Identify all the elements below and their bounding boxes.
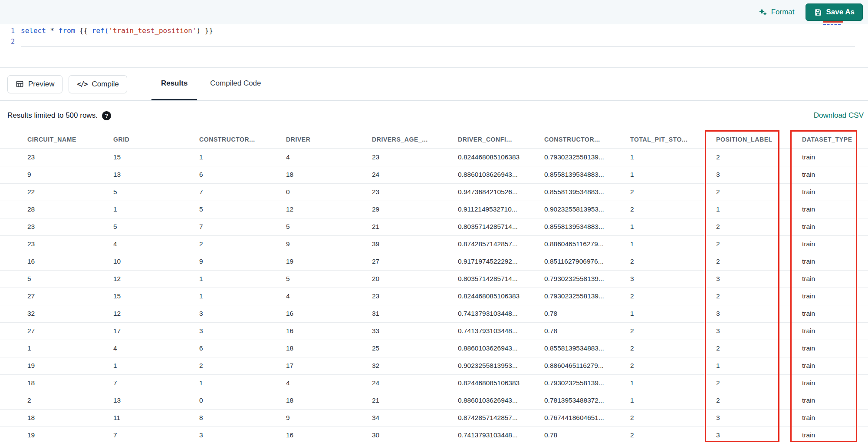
table-cell: 18 xyxy=(286,340,372,357)
table-cell: 2 xyxy=(716,235,802,253)
table-cell: 23 xyxy=(0,235,113,253)
code-token: * xyxy=(46,26,59,35)
code-token: ref( xyxy=(92,26,109,35)
table-cell: 2 xyxy=(0,392,113,409)
table-cell: 3 xyxy=(716,426,802,443)
table-cell: 0.8742857142857... xyxy=(458,235,544,253)
table-cell: 1 xyxy=(716,357,802,374)
table-cell: 2 xyxy=(630,322,716,340)
table-cell: 7 xyxy=(113,426,199,443)
table-cell: 1 xyxy=(630,166,716,183)
table-cell: 13 xyxy=(113,392,199,409)
code-token: {{ xyxy=(75,26,92,35)
table-cell: 5 xyxy=(113,183,199,201)
table-cell: 1 xyxy=(199,149,286,166)
table-cell: 4 xyxy=(286,149,372,166)
table-cell: 23 xyxy=(372,149,458,166)
table-cell: train xyxy=(802,340,868,357)
compile-label: Compile xyxy=(92,80,119,89)
table-cell: 17 xyxy=(113,322,199,340)
sql-code-editor[interactable]: 1 select * from {{ ref('train_test_posit… xyxy=(0,24,868,68)
table-cell: 25 xyxy=(372,340,458,357)
table-cell: train xyxy=(802,166,868,183)
results-table: CIRCUIT_NAMEGRIDCONSTRUCTOR...DRIVERDRIV… xyxy=(0,130,868,443)
table-cell: 39 xyxy=(372,235,458,253)
action-bar: Preview </> Compile ResultsCompiled Code xyxy=(0,68,868,101)
code-brackets-icon: </> xyxy=(77,80,87,88)
table-row: 231514230.8244680851063830.7930232558139… xyxy=(0,149,868,166)
table-row: 23575210.8035714285714...0.8558139534883… xyxy=(0,218,868,235)
table-row: 14618250.8860103626943...0.8558139534883… xyxy=(0,340,868,357)
table-cell: 0.9171974522292... xyxy=(458,253,544,270)
table-row: 2717316330.7413793103448...0.7823train xyxy=(0,322,868,340)
code-line-1[interactable]: 1 select * from {{ ref('train_test_posit… xyxy=(0,25,868,36)
table-cell: 1 xyxy=(630,392,716,409)
preview-button[interactable]: Preview xyxy=(7,75,62,93)
table-cell: 2 xyxy=(630,426,716,443)
save-icon xyxy=(814,8,822,17)
table-cell: 2 xyxy=(716,288,802,305)
table-cell: 0.824468085106383 xyxy=(458,149,544,166)
table-cell: 23 xyxy=(372,183,458,201)
tab-results[interactable]: Results xyxy=(151,68,197,100)
table-cell: 18 xyxy=(286,392,372,409)
table-cell: 0.8558139534883... xyxy=(544,218,630,235)
table-cell: train xyxy=(802,426,868,443)
tab-compiled-code[interactable]: Compiled Code xyxy=(201,68,270,100)
table-cell: 20 xyxy=(372,270,458,288)
table-row: 1610919270.9171974522292...0.85116279069… xyxy=(0,253,868,270)
table-cell: 0.824468085106383 xyxy=(458,288,544,305)
table-cell: 1 xyxy=(199,288,286,305)
table-cell: 1 xyxy=(0,340,113,357)
table-cell: train xyxy=(802,374,868,392)
table-cell: 0.8558139534883... xyxy=(544,340,630,357)
table-cell: 12 xyxy=(113,270,199,288)
download-csv-link[interactable]: Download CSV xyxy=(814,111,864,120)
table-cell: 3 xyxy=(716,270,802,288)
table-cell: 3 xyxy=(199,322,286,340)
code-token: 'train_test_position' xyxy=(108,26,196,35)
table-cell: 1 xyxy=(630,374,716,392)
table-cell: 21 xyxy=(372,392,458,409)
table-cell: 33 xyxy=(372,322,458,340)
column-header: DATASET_TYPE xyxy=(802,130,868,149)
table-row: 3212316310.7413793103448...0.7813train xyxy=(0,305,868,322)
table-cell: 0.7930232558139... xyxy=(544,288,630,305)
table-cell: train xyxy=(802,409,868,426)
compile-button[interactable]: </> Compile xyxy=(69,75,127,93)
table-cell: train xyxy=(802,149,868,166)
table-cell: 9 xyxy=(286,409,372,426)
table-cell: 16 xyxy=(286,305,372,322)
table-cell: 0.7930232558139... xyxy=(544,374,630,392)
table-cell: 0.8860465116279... xyxy=(544,357,630,374)
code-line-2[interactable]: 2 xyxy=(0,36,868,47)
table-cell: 4 xyxy=(286,288,372,305)
table-cell: 2 xyxy=(716,149,802,166)
top-toolbar: Format Save As xyxy=(0,0,868,24)
table-cell: 0.7813953488372... xyxy=(544,392,630,409)
save-as-button[interactable]: Save As xyxy=(806,3,863,21)
code-token: select xyxy=(21,26,46,35)
code-token: from xyxy=(59,26,76,35)
format-button[interactable]: Format xyxy=(759,8,795,17)
table-grid-icon xyxy=(16,80,24,88)
table-cell: 1 xyxy=(716,201,802,218)
table-cell: 0.8860103626943... xyxy=(458,392,544,409)
table-row: 181189340.8742857142857...0.767441860465… xyxy=(0,409,868,426)
table-cell: 2 xyxy=(630,340,716,357)
help-icon[interactable]: ? xyxy=(102,111,111,120)
table-cell: 27 xyxy=(0,288,113,305)
table-cell: 23 xyxy=(372,288,458,305)
table-cell: 5 xyxy=(113,218,199,235)
table-cell: train xyxy=(802,322,868,340)
table-cell: 1 xyxy=(199,270,286,288)
table-cell: 18 xyxy=(0,374,113,392)
table-cell: 1 xyxy=(630,305,716,322)
table-cell: 2 xyxy=(199,235,286,253)
table-cell: 0.8860103626943... xyxy=(458,166,544,183)
code-line-2-content[interactable] xyxy=(21,36,855,47)
table-cell: 10 xyxy=(113,253,199,270)
table-cell: 5 xyxy=(286,270,372,288)
column-header: CIRCUIT_NAME xyxy=(0,130,113,149)
action-buttons: Preview </> Compile xyxy=(7,68,127,100)
